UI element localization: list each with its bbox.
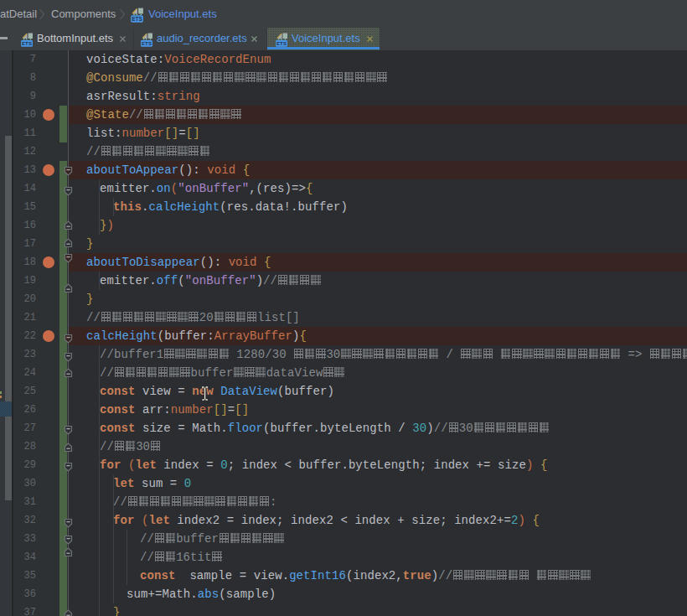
- svg-text:ETS: ETS: [132, 16, 142, 22]
- svg-text:ETS: ETS: [22, 40, 32, 46]
- svg-text:ETS: ETS: [142, 40, 152, 46]
- svg-text:ETS: ETS: [276, 40, 287, 46]
